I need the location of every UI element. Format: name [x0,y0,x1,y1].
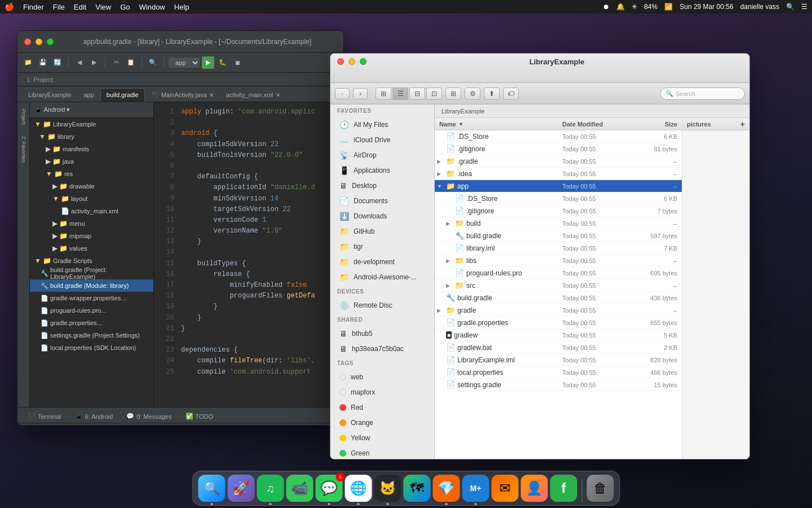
notification-icon[interactable]: 🔔 [616,3,625,11]
tab-activity-main[interactable]: activity_main.xml ✕ [220,88,286,102]
user-label[interactable]: danielle vass [740,3,779,11]
file-row[interactable]: 📄 .DS_Store Today 00:55 6 KB [435,130,682,143]
size-column-header[interactable]: Size [631,121,682,128]
tree-java[interactable]: ▶ 📁 java [30,155,153,168]
tree-settings-gradle[interactable]: 📄 settings.gradle (Project Settings) [30,329,153,341]
search-box[interactable]: 🔍 Search [660,87,745,100]
folder-btn[interactable]: 📁 [22,56,34,69]
android-selector[interactable]: 📱 Android ▾ [34,106,70,113]
sidebar-item-android[interactable]: 📁 Android-Awesome-... [333,270,432,284]
file-row[interactable]: 📄 .gitignore Today 00:55 7 bytes [435,205,682,217]
file-row[interactable]: 📄 library.iml Today 00:55 7 KB [435,242,682,255]
sidebar-tag-red[interactable]: Red [333,400,432,415]
expand-icon[interactable]: ▶ [437,159,444,164]
undo-btn[interactable]: ◀ [73,56,86,69]
file-row[interactable]: ▶ 📁 .idea Today 00:55 -- [435,168,682,180]
tree-gradle-scripts[interactable]: ▼ 📁 Gradle Scripts [30,255,153,267]
tree-drawable[interactable]: ▶ 📁 drawable [30,180,153,192]
expand-icon[interactable]: ▶ [437,308,444,313]
sidebar-item-hp38[interactable]: 🖥 hp38eaa7c5b0ac [333,341,432,356]
sidebar-item-downloads[interactable]: ⬇️ Downloads [333,209,432,224]
window-menu[interactable]: Window [139,3,165,11]
tab-libraryexample[interactable]: LibraryExample [22,88,77,102]
date-column-header[interactable]: Date Modified [558,121,631,128]
go-menu[interactable]: Go [120,3,130,11]
expand-icon[interactable]: ▶ [446,283,453,288]
sidebar-item-development[interactable]: 📁 de-velopment [333,255,432,269]
icon-view-btn[interactable]: ⊞ [376,87,391,100]
dock-contacts[interactable]: 👤 [521,475,548,502]
sidebar-item-documents[interactable]: 📄 Documents [333,194,432,208]
bluetooth-icon[interactable]: ✳ [632,3,637,11]
tree-proguard[interactable]: 📄 proguard-rules.pro... [30,304,153,317]
expand-icon[interactable]: ▶ [446,221,453,226]
sidebar-item-applications[interactable]: 📱 Applications [333,163,432,178]
tree-local-props[interactable]: 📄 local.properties (SDK Location) [30,341,153,354]
tab-app[interactable]: app [77,88,100,102]
sidebar-item-desktop[interactable]: 🖥 Desktop [333,178,432,193]
sidebar-item-remote-disc[interactable]: 💿 Remote Disc [333,298,432,313]
tree-values[interactable]: ▶ 📁 values [30,242,153,255]
dock-launchpad[interactable]: 🚀 [228,475,255,502]
apple-menu[interactable]: 🍎 [5,2,14,11]
dock-maps[interactable]: 🗺 [404,475,431,502]
file-row[interactable]: ▶ 📁 .gradle Today 00:55 -- [435,155,682,168]
dock-chrome[interactable]: 🌐 [345,475,372,502]
arrange-btn[interactable]: ⊞ [445,87,461,100]
edit-tags-btn[interactable]: 🏷 [503,87,519,100]
dock-github[interactable]: 🐱 [374,475,401,502]
help-menu[interactable]: Help [174,3,189,11]
todo-tab[interactable]: ✅TODO [180,410,219,423]
dock-sketch[interactable]: 💎 [433,475,460,502]
file-row[interactable]: ▶ 📁 libs Today 00:55 -- [435,255,682,267]
sync-btn[interactable]: 🔄 [51,56,64,69]
file-row[interactable]: ■ gradlew Today 00:55 5 KB [435,329,682,341]
finder-minimize-button[interactable] [348,58,355,65]
code-editor[interactable]: 1apply plugin: 'com.android.applic 2 3an… [154,102,331,407]
file-row[interactable]: ▶ 📁 build Today 00:55 -- [435,217,682,230]
redo-btn[interactable]: ▶ [88,56,100,69]
stop-btn[interactable]: ⏹ [231,56,244,69]
file-row[interactable]: 📄 LibraryExample.iml Today 00:55 828 byt… [435,354,682,366]
sidebar-item-all-my-files[interactable]: 🕐 All My Files [333,117,432,132]
tree-layout[interactable]: ▼ 📁 layout [30,192,153,205]
file-row[interactable]: 📄 .DS_Store Today 00:55 6 KB [435,192,682,205]
file-row[interactable]: 📄 gradlew.bat Today 00:55 2 KB [435,341,682,354]
file-row[interactable]: 📄 gradle.properties Today 00:55 855 byte… [435,317,682,329]
tree-res[interactable]: ▼ 📁 res [30,168,153,180]
project-tab[interactable]: 1: Project [22,76,57,83]
breadcrumb-libraryexample[interactable]: LibraryExample [442,108,484,115]
file-row-app[interactable]: ▼ 📁 app Today 00:55 -- [435,180,682,192]
forward-button[interactable]: › [353,88,368,99]
close-tab-btn2[interactable]: ✕ [276,92,280,98]
sidebar-tag-web[interactable]: web [333,370,432,384]
tree-build-gradle-project[interactable]: 🔧 build.gradle (Project: LibraryExample) [30,267,153,279]
dock-mweb[interactable]: M+ [462,475,489,502]
wifi-icon[interactable]: 📶 [664,3,673,11]
expand-icon[interactable]: ▶ [437,171,444,177]
file-row[interactable]: 📄 proguard-rules.pro Today 00:55 695 byt… [435,267,682,279]
tree-build-gradle-module[interactable]: 🔧 build.gradle (Module: library) [30,279,153,292]
search-btn[interactable]: 🔍 [147,56,159,69]
sidebar-tag-green[interactable]: Green [333,446,432,459]
terminal-tab[interactable]: ⬛Terminal [22,410,67,423]
dock-trash[interactable]: 🗑 [587,475,614,502]
maximize-button[interactable] [47,38,54,45]
tree-mipmap[interactable]: ▶ 📁 mipmap [30,230,153,242]
share-btn[interactable]: ⬆ [484,87,500,100]
finder-menu[interactable]: Finder [23,3,44,11]
search-icon[interactable]: 🔍 [786,3,795,11]
messages-tab[interactable]: 💬0: Messages [121,410,177,423]
tree-gradle-wrapper[interactable]: 📄 gradle-wrapper.properties... [30,292,153,304]
tab-mainactivity[interactable]: ⚫ MainActivity.java ✕ [145,88,220,102]
sidebar-tag-orange[interactable]: Orange [333,415,432,430]
dock-messages[interactable]: 💬 6 [316,475,343,502]
file-row[interactable]: 📄 local.properties Today 00:55 466 bytes [435,366,682,379]
sidebar-tag-mapforx[interactable]: mapforx [333,385,432,400]
sidebar-item-icloud[interactable]: ☁️ iCloud Drive [333,133,432,147]
tree-library[interactable]: ▼ 📁 library [30,130,153,143]
sidebar-item-airdrop[interactable]: 📡 AirDrop [333,148,432,163]
file-row[interactable]: 📄 settings.gradle Today 00:55 15 bytes [435,379,682,391]
favorites-panel-tab[interactable]: 2: Favorites [19,132,28,167]
tree-gradle-props[interactable]: 📄 gradle.properties... [30,317,153,329]
